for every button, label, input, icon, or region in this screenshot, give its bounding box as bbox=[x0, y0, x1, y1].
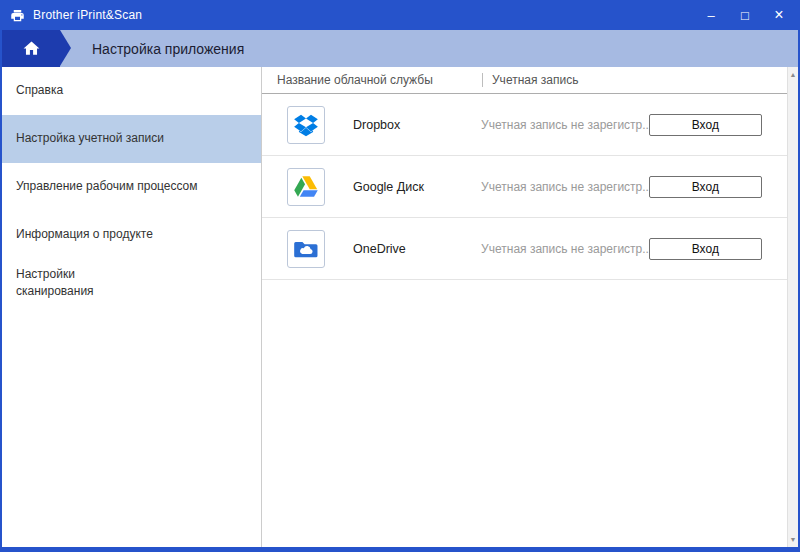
window-body: Справка Настройка учетной записи Управле… bbox=[2, 67, 798, 547]
account-status: Учетная запись не зарегистр... bbox=[481, 180, 649, 194]
service-name: OneDrive bbox=[353, 242, 481, 256]
service-list: Dropbox Учетная запись не зарегистр... В… bbox=[262, 94, 787, 547]
titlebar: Brother iPrint&Scan – □ × bbox=[0, 0, 800, 30]
window-title: Brother iPrint&Scan bbox=[33, 8, 142, 22]
login-button-dropbox[interactable]: Вход bbox=[649, 114, 762, 136]
sidebar-item-account-settings[interactable]: Настройка учетной записи bbox=[2, 115, 261, 163]
maximize-button[interactable]: □ bbox=[728, 0, 762, 30]
scrollbar[interactable]: ▲ ▼ bbox=[787, 67, 798, 547]
minimize-button[interactable]: – bbox=[694, 0, 728, 30]
dropbox-icon bbox=[287, 106, 325, 144]
scroll-up-icon[interactable]: ▲ bbox=[790, 67, 797, 82]
sidebar-item-help[interactable]: Справка bbox=[2, 67, 261, 115]
scroll-down-icon[interactable]: ▼ bbox=[790, 532, 797, 547]
sidebar-item-scan-settings[interactable]: Настройки сканирования bbox=[2, 259, 261, 307]
service-name: Dropbox bbox=[353, 118, 481, 132]
main-content: Название облачной службы Учетная запись … bbox=[262, 67, 787, 547]
table-header: Название облачной службы Учетная запись bbox=[262, 67, 787, 94]
header-band: Настройка приложения bbox=[2, 30, 798, 67]
close-button[interactable]: × bbox=[762, 0, 796, 30]
account-status: Учетная запись не зарегистр... bbox=[481, 118, 649, 132]
home-button[interactable] bbox=[2, 30, 60, 67]
column-divider bbox=[482, 73, 483, 87]
column-header-service: Название облачной службы bbox=[262, 73, 482, 87]
app-window: Brother iPrint&Scan – □ × Настройка прил… bbox=[0, 0, 800, 552]
sidebar-item-product-info[interactable]: Информация о продукте bbox=[2, 211, 261, 259]
column-header-account: Учетная запись bbox=[492, 73, 578, 87]
home-icon bbox=[22, 39, 41, 58]
service-row-dropbox: Dropbox Учетная запись не зарегистр... В… bbox=[262, 94, 787, 156]
window-controls: – □ × bbox=[694, 0, 800, 30]
login-button-google-drive[interactable]: Вход bbox=[649, 176, 762, 198]
account-status: Учетная запись не зарегистр... bbox=[481, 242, 649, 256]
service-row-google-drive: Google Диск Учетная запись не зарегистр.… bbox=[262, 156, 787, 218]
sidebar-item-workflow[interactable]: Управление рабочим процессом bbox=[2, 163, 261, 211]
page-title: Настройка приложения bbox=[92, 41, 244, 57]
service-row-onedrive: OneDrive Учетная запись не зарегистр... … bbox=[262, 218, 787, 280]
printer-icon bbox=[10, 8, 25, 23]
google-drive-icon bbox=[287, 168, 325, 206]
login-button-onedrive[interactable]: Вход bbox=[649, 238, 762, 260]
onedrive-icon bbox=[287, 230, 325, 268]
service-name: Google Диск bbox=[353, 180, 481, 194]
settings-sidebar: Справка Настройка учетной записи Управле… bbox=[2, 67, 262, 547]
